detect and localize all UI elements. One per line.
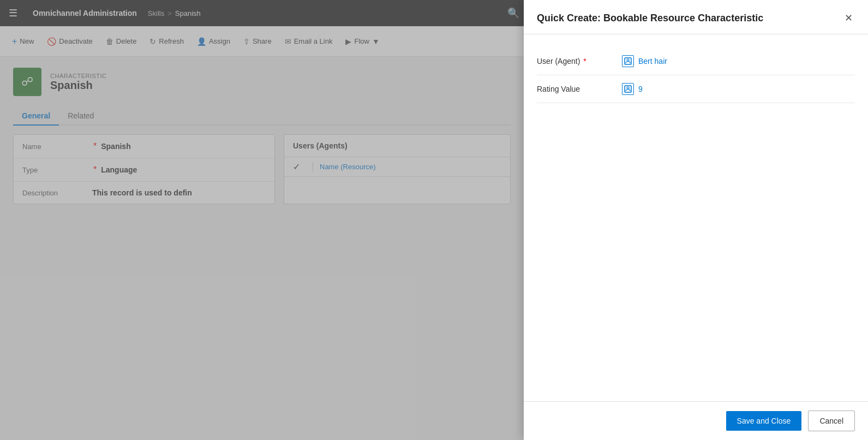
save-close-button[interactable]: Save and Close [726,411,802,431]
svg-point-3 [627,87,629,89]
svg-point-1 [627,59,629,61]
quick-create-panel: Quick Create: Bookable Resource Characte… [524,0,868,440]
qc-header: Quick Create: Bookable Resource Characte… [524,0,868,34]
qc-user-value: Bert hair [622,55,855,67]
qc-user-value-text[interactable]: Bert hair [638,57,667,66]
qc-user-label: User (Agent) * [537,57,613,66]
cancel-button[interactable]: Cancel [808,411,855,431]
modal-overlay [0,0,524,440]
qc-title: Quick Create: Bookable Resource Characte… [537,13,763,24]
qc-footer: Save and Close Cancel [524,401,868,440]
qc-body: User (Agent) * Bert hair Rating Value [524,34,868,401]
qc-user-field: User (Agent) * Bert hair [537,47,855,75]
qc-rating-value-text[interactable]: 9 [638,85,643,93]
qc-rating-label: Rating Value [537,85,613,93]
resource-icon [622,55,634,67]
qc-rating-value: 9 [622,83,855,95]
qc-close-button[interactable]: ✕ [842,11,855,25]
user-required-star: * [583,57,586,66]
qc-rating-field: Rating Value 9 [537,75,855,103]
rating-icon [622,83,634,95]
